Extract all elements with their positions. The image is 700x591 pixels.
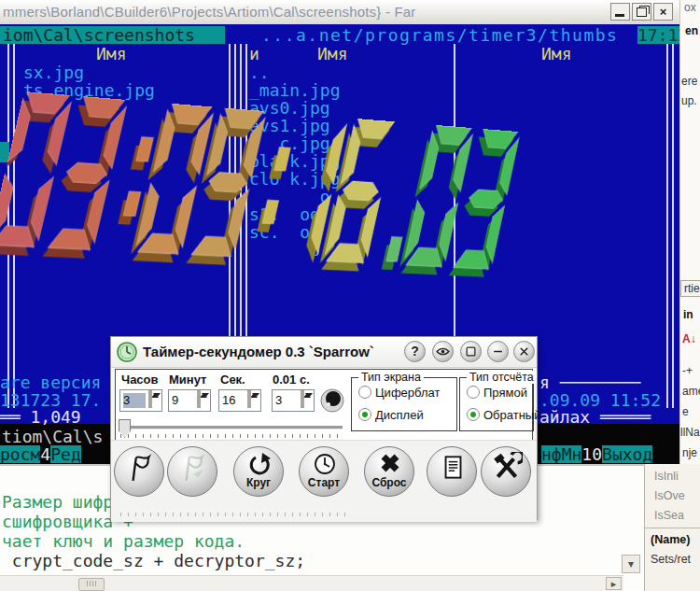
timer-toolbar: Круг Старт Сброс [111, 440, 537, 522]
name-property-label: (Name) [651, 533, 690, 546]
left-panel-left-border [7, 44, 15, 408]
file-row[interactable]: _main.jpg [249, 81, 341, 99]
fkey-f4[interactable]: Ред [50, 445, 81, 463]
hscroll-thumb[interactable] [78, 578, 105, 591]
code-line: crypt_code_sz + decryptor_sz; [2, 552, 305, 570]
fkey-num10: 10 [581, 445, 602, 463]
fkey-num4: 4 [40, 445, 50, 463]
file-row[interactable]: .. [249, 63, 270, 81]
hours-stepper[interactable]: 3 [119, 389, 162, 412]
file-row[interactable]: p [249, 241, 320, 259]
property-row[interactable]: IsInli [654, 470, 679, 483]
edge-fragment: ere [681, 75, 697, 88]
radio-obratny[interactable]: Обратный [467, 408, 540, 421]
window-title: mmers\Borland\CBuilder6\Projects\Artiom\… [3, 4, 416, 20]
properties-tab-fragment[interactable]: rtie [680, 280, 700, 297]
file-row[interactable]: ts engine.jpg [23, 81, 155, 99]
fkey-f9[interactable]: нфМн [541, 445, 581, 463]
lap-button-label: Круг [234, 476, 283, 489]
command-line[interactable]: tiom\Cal\s [2, 428, 103, 445]
file-row[interactable]: c.jpg [249, 134, 330, 152]
right-panel-path[interactable]: ...a.net/programs/timer3/thumbs [261, 26, 618, 44]
right-panel-right-border [666, 44, 674, 408]
file-row[interactable]: o [249, 188, 330, 205]
sort-az-icon[interactable]: A↓ [682, 332, 696, 345]
file-row[interactable]: sc. og [249, 223, 320, 241]
property-row-fragment[interactable]: nje [682, 446, 697, 459]
vscroll-down-button[interactable]: ▾ [622, 555, 640, 573]
hscroll-right-button[interactable]: ▸ [606, 577, 622, 590]
maximize-button[interactable] [460, 341, 482, 362]
background-window-strip: ox en ere up. rtie in A↓ -+ ame e llNa n… [679, 0, 700, 464]
status-left-3: ══ 1,049 [0, 408, 81, 426]
seconds-stepper[interactable]: 16 [218, 389, 261, 412]
radio-selected-icon [358, 408, 371, 421]
property-description: Sets/ret [651, 553, 691, 566]
file-row[interactable]: avs1.jpg [249, 117, 330, 134]
file-row[interactable]: bla k.jpg [249, 152, 341, 170]
edge-fragment: in [683, 308, 693, 321]
right-col-name1: Имя [317, 45, 348, 63]
fkey-f10[interactable]: Выход [602, 445, 652, 463]
help-icon: ? [411, 344, 419, 359]
count-type-group: Тип отсчёта Прямой Обратный [459, 377, 534, 431]
seconds-value[interactable]: 16 [222, 393, 245, 408]
edge-fragment: up. [681, 94, 697, 107]
left-panel-path[interactable]: iom\Cal\screenshots [0, 26, 225, 44]
timer-dialog-titlebar[interactable]: Таймер-секундомер 0.3 `Sparrow` ? [111, 337, 537, 368]
hours-value[interactable]: 3 [123, 393, 146, 408]
radio-pryamoy[interactable]: Прямой [467, 386, 527, 399]
fkey-f3[interactable]: росм [0, 445, 40, 463]
window-titlebar[interactable]: mmers\Borland\CBuilder6\Projects\Artiom\… [0, 0, 679, 25]
bottom-tick-marks [120, 513, 349, 516]
property-row[interactable]: IsSea [654, 509, 684, 522]
eye-button[interactable] [432, 341, 454, 362]
flag-icon [124, 452, 156, 484]
minimize-button[interactable] [610, 3, 630, 21]
close-icon: × [660, 5, 667, 19]
file-row[interactable]: sx.jpg [23, 63, 84, 81]
dial-knob-button[interactable] [320, 388, 344, 413]
start-button[interactable]: Старт [299, 446, 349, 497]
hours-down-button[interactable] [150, 390, 152, 408]
reset-button-label: Сброс [365, 476, 413, 489]
down-arrow-icon [153, 393, 161, 398]
seconds-label: Сек. [220, 373, 245, 387]
report-button[interactable] [427, 446, 477, 497]
timer-slider-track[interactable] [120, 426, 343, 429]
hundredths-down-button[interactable] [302, 390, 304, 408]
radio-tsifferblat[interactable]: Циферблат [358, 386, 440, 399]
help-button[interactable]: ? [404, 341, 426, 362]
file-row[interactable]: clo k.jpg [249, 170, 341, 188]
edge-teal-chip [0, 142, 9, 162]
panel-clock: 17:12 [637, 26, 679, 44]
minutes-down-button[interactable] [199, 390, 201, 408]
left-col-name: Имя [96, 45, 127, 63]
radio-displey[interactable]: Дисплей [358, 408, 424, 421]
minimize-dialog-button[interactable] [487, 341, 509, 362]
hundredths-value[interactable]: 3 [275, 393, 298, 408]
minutes-value[interactable]: 9 [172, 393, 194, 408]
property-row-fragment[interactable]: e [682, 405, 689, 418]
minutes-stepper[interactable]: 9 [168, 389, 211, 412]
file-row[interactable]: s1. og [249, 205, 320, 223]
tools-icon [491, 452, 523, 484]
property-row-fragment[interactable]: ame [682, 385, 700, 398]
settings-button[interactable] [481, 446, 531, 497]
restore-button[interactable] [632, 3, 651, 21]
flag-button[interactable] [114, 446, 164, 497]
close-dialog-button[interactable] [513, 341, 535, 362]
close-button[interactable]: × [653, 3, 673, 21]
horizontal-scrollbar[interactable]: ▸ [0, 575, 623, 591]
reset-button[interactable]: Сброс [364, 446, 414, 497]
file-row[interactable]: avs0.jpg [249, 99, 330, 117]
lap-button[interactable]: Круг [233, 446, 284, 497]
property-row[interactable]: IsOve [654, 489, 685, 502]
object-inspector-panel: IsInli IsOve IsSea (Name) Sets/ret [644, 464, 700, 591]
hundredths-stepper[interactable]: 3 [272, 389, 315, 412]
seconds-down-button[interactable] [249, 390, 251, 408]
app-clock-icon [117, 342, 137, 362]
property-row-fragment[interactable]: llNa [680, 426, 700, 439]
edge-fragment: ox [684, 1, 696, 14]
close-icon [517, 345, 531, 359]
